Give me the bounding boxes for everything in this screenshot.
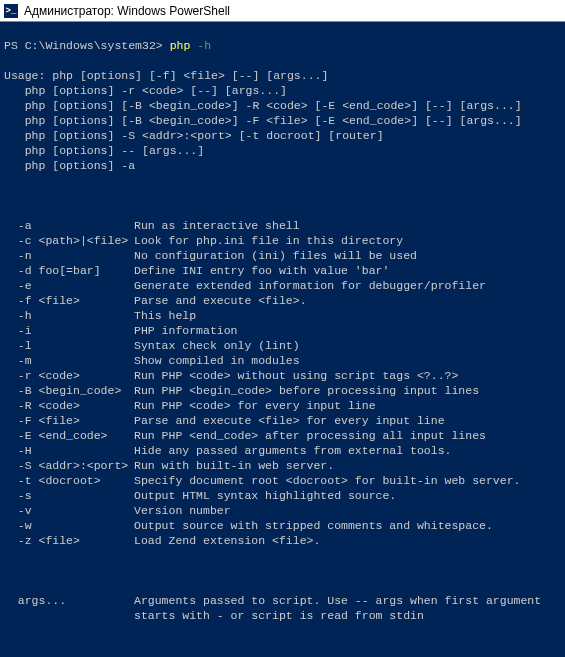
option-flag: -H (4, 444, 134, 459)
option-desc: Specify document root <docroot> for buil… (134, 474, 520, 487)
prompt-line: PS C:\Windows\system32> php -h (4, 39, 561, 54)
blank-line (4, 189, 561, 204)
option-flag: -e (4, 279, 134, 294)
usage-line: php [options] -a (4, 159, 561, 174)
option-flag: -l (4, 339, 134, 354)
args-desc: Arguments passed to script. Use -- args … (134, 594, 541, 607)
command-php: php (170, 39, 198, 52)
option-desc: Run as interactive shell (134, 219, 300, 232)
usage-line: php [options] -S <addr>:<port> [-t docro… (4, 129, 561, 144)
option-desc: Parse and execute <file> for every input… (134, 414, 445, 427)
option-desc: Define INI entry foo with value 'bar' (134, 264, 389, 277)
option-row: -HHide any passed arguments from externa… (4, 444, 561, 459)
option-flag: -z <file> (4, 534, 134, 549)
option-row: -vVersion number (4, 504, 561, 519)
option-row: -B <begin_code>Run PHP <begin_code> befo… (4, 384, 561, 399)
blank-line (4, 564, 561, 579)
option-desc: PHP information (134, 324, 238, 337)
option-flag: -m (4, 354, 134, 369)
option-row: -R <code>Run PHP <code> for every input … (4, 399, 561, 414)
option-flag: -s (4, 489, 134, 504)
option-row: -lSyntax check only (lint) (4, 339, 561, 354)
option-flag: -w (4, 519, 134, 534)
option-desc: This help (134, 309, 196, 322)
option-flag: -B <begin_code> (4, 384, 134, 399)
option-flag: -n (4, 249, 134, 264)
powershell-icon: >_ (4, 4, 18, 18)
option-row: -nNo configuration (ini) files will be u… (4, 249, 561, 264)
command-flag: -h (197, 39, 211, 52)
option-desc: Syntax check only (lint) (134, 339, 300, 352)
args-desc: starts with - or script is read from std… (134, 609, 424, 622)
option-flag: -c <path>|<file> (4, 234, 134, 249)
option-row: -c <path>|<file>Look for php.ini file in… (4, 234, 561, 249)
option-desc: No configuration (ini) files will be use… (134, 249, 417, 262)
option-desc: Generate extended information for debugg… (134, 279, 486, 292)
option-row: -mShow compiled in modules (4, 354, 561, 369)
option-desc: Run PHP <end_code> after processing all … (134, 429, 486, 442)
prompt-path: PS C:\Windows\system32> (4, 39, 170, 52)
usage-line: php [options] [-B <begin_code>] -R <code… (4, 99, 561, 114)
args-row: starts with - or script is read from std… (4, 609, 561, 624)
option-row: -r <code>Run PHP <code> without using sc… (4, 369, 561, 384)
option-desc: Hide any passed arguments from external … (134, 444, 451, 457)
option-desc: Output source with stripped comments and… (134, 519, 493, 532)
option-flag: -d foo[=bar] (4, 264, 134, 279)
option-row: -iPHP information (4, 324, 561, 339)
option-flag: -f <file> (4, 294, 134, 309)
option-flag: -i (4, 324, 134, 339)
option-desc: Output HTML syntax highlighted source. (134, 489, 396, 502)
option-flag: -t <docroot> (4, 474, 134, 489)
option-desc: Load Zend extension <file>. (134, 534, 320, 547)
option-flag: -r <code> (4, 369, 134, 384)
option-row: -eGenerate extended information for debu… (4, 279, 561, 294)
args-row: args...Arguments passed to script. Use -… (4, 594, 561, 609)
option-flag: -R <code> (4, 399, 134, 414)
blank-line (4, 639, 561, 654)
terminal-output[interactable]: PS C:\Windows\system32> php -h Usage: ph… (0, 22, 565, 657)
option-desc: Run PHP <code> for every input line (134, 399, 376, 412)
option-row: -F <file>Parse and execute <file> for ev… (4, 414, 561, 429)
option-row: -z <file>Load Zend extension <file>. (4, 534, 561, 549)
option-desc: Run with built-in web server. (134, 459, 334, 472)
option-flag: -S <addr>:<port> (4, 459, 134, 474)
option-row: -S <addr>:<port>Run with built-in web se… (4, 459, 561, 474)
option-row: -t <docroot>Specify document root <docro… (4, 474, 561, 489)
option-row: -f <file>Parse and execute <file>. (4, 294, 561, 309)
usage-line: php [options] [-B <begin_code>] -F <file… (4, 114, 561, 129)
option-desc: Parse and execute <file>. (134, 294, 307, 307)
option-flag: -h (4, 309, 134, 324)
option-flag: -v (4, 504, 134, 519)
option-desc: Run PHP <begin_code> before processing i… (134, 384, 479, 397)
option-flag: -F <file> (4, 414, 134, 429)
option-desc: Look for php.ini file in this directory (134, 234, 403, 247)
window-titlebar: >_ Администратор: Windows PowerShell (0, 0, 565, 22)
option-desc: Show compiled in modules (134, 354, 300, 367)
usage-line: php [options] -- [args...] (4, 144, 561, 159)
option-desc: Run PHP <code> without using script tags… (134, 369, 458, 382)
option-row: -hThis help (4, 309, 561, 324)
usage-line: php [options] -r <code> [--] [args...] (4, 84, 561, 99)
option-flag: -a (4, 219, 134, 234)
option-row: -sOutput HTML syntax highlighted source. (4, 489, 561, 504)
option-flag: -E <end_code> (4, 429, 134, 444)
args-flag: args... (4, 594, 134, 609)
option-row: -wOutput source with stripped comments a… (4, 519, 561, 534)
option-row: -d foo[=bar]Define INI entry foo with va… (4, 264, 561, 279)
window-title: Администратор: Windows PowerShell (24, 4, 230, 18)
option-desc: Version number (134, 504, 231, 517)
option-row: -aRun as interactive shell (4, 219, 561, 234)
option-row: -E <end_code>Run PHP <end_code> after pr… (4, 429, 561, 444)
usage-line: Usage: php [options] [-f] <file> [--] [a… (4, 69, 561, 84)
